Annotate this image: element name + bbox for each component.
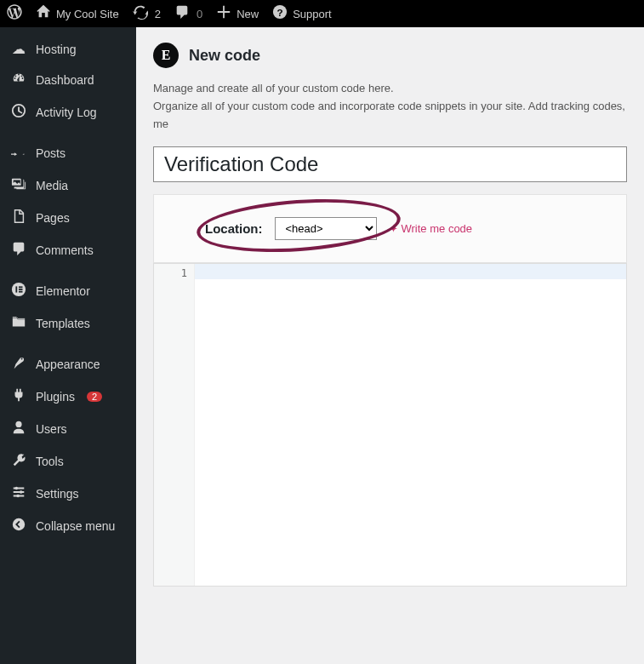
updates-count: 2 [155,8,161,20]
sidebar-item-collapse[interactable]: Collapse menu [0,510,136,542]
cloud-icon: ☁ [10,41,27,57]
updates-link[interactable]: 2 [126,0,168,27]
sidebar-item-comments[interactable]: Comments [0,234,136,266]
svg-point-7 [15,421,21,427]
help-icon: ? [272,4,288,23]
support-label: Support [293,8,332,20]
admin-bar: My Cool Site 2 0 New ? Support [0,0,644,27]
sidebar-item-tools[interactable]: Tools [0,445,136,478]
code-title-input[interactable] [153,146,627,182]
comments-link[interactable]: 0 [168,0,209,27]
sidebar-item-activity[interactable]: Activity Log [0,96,136,129]
svg-rect-6 [19,291,23,293]
page-title: New code [189,47,260,65]
sidebar-item-settings[interactable]: Settings [0,478,136,510]
elementor-icon [10,282,27,301]
elementor-badge-icon: E [153,43,179,68]
media-icon [10,176,27,195]
new-label: New [237,8,259,20]
location-panel: Location: <head> ✦ Write me code [153,194,627,263]
svg-rect-4 [19,286,23,288]
comment-icon [174,4,190,23]
admin-sidebar: ☁Hosting Dashboard Activity Log Posts Me… [0,27,136,664]
clock-icon [10,103,27,122]
location-select[interactable]: <head> [275,217,377,240]
sidebar-item-appearance[interactable]: Appearance [0,348,136,381]
current-line [195,264,626,279]
location-label: Location: [205,221,263,236]
plugins-badge: 2 [87,392,102,402]
svg-text:?: ? [277,7,283,18]
update-icon [133,4,148,23]
sidebar-item-hosting[interactable]: ☁Hosting [0,34,136,64]
sidebar-separator [0,129,136,137]
page-icon [10,209,27,227]
sidebar-item-users[interactable]: Users [0,413,136,445]
svg-point-8 [15,487,19,490]
comments-icon [10,241,27,260]
site-name: My Cool Site [56,8,119,20]
svg-rect-5 [19,289,23,290]
collapse-icon [10,517,27,535]
intro-text: Manage and create all of your custom cod… [136,80,644,146]
wp-logo[interactable] [0,0,29,27]
sidebar-item-elementor[interactable]: Elementor [0,275,136,307]
wordpress-icon [7,4,22,23]
line-number: 1 [161,267,187,279]
dashboard-icon [10,71,27,89]
sidebar-item-templates[interactable]: Templates [0,307,136,340]
new-link[interactable]: New [209,0,265,27]
svg-rect-3 [15,286,17,292]
plus-icon [216,4,231,23]
editor-gutter: 1 [154,264,195,586]
sidebar-item-posts[interactable]: Posts [0,137,136,169]
content-area: E New code Manage and create all of your… [136,27,644,664]
folder-icon [10,314,27,333]
support-link[interactable]: ? Support [265,0,339,27]
site-link[interactable]: My Cool Site [29,0,126,27]
pin-icon [10,144,27,163]
code-title-box [153,146,627,182]
editor-code-area[interactable] [195,264,626,586]
sliders-icon [10,484,27,503]
code-editor[interactable]: 1 [153,263,627,587]
wrench-icon [10,452,27,471]
svg-point-11 [13,518,25,530]
sidebar-separator [0,266,136,275]
plug-icon [10,387,27,406]
home-icon [36,4,51,23]
sidebar-item-dashboard[interactable]: Dashboard [0,64,136,96]
page-header: E New code [136,27,644,80]
user-icon [10,420,27,438]
svg-point-9 [20,490,23,494]
comments-count: 0 [197,8,202,20]
brush-icon [10,355,27,374]
write-me-code-link[interactable]: ✦ Write me code [389,222,473,235]
sidebar-item-pages[interactable]: Pages [0,202,136,234]
svg-point-10 [16,495,20,498]
sparkle-icon: ✦ [389,222,398,235]
sidebar-item-media[interactable]: Media [0,169,136,202]
sidebar-item-plugins[interactable]: Plugins2 [0,381,136,413]
sidebar-separator [0,340,136,348]
